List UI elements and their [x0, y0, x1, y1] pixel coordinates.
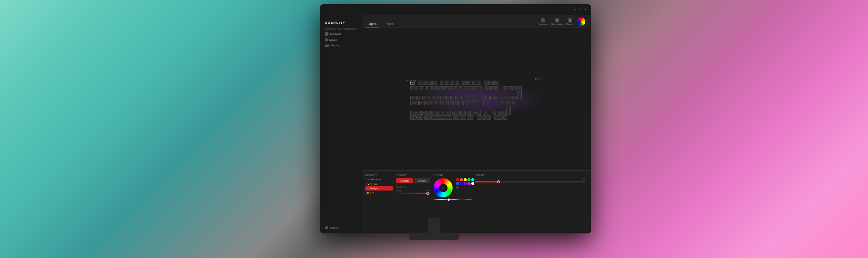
tab-lights[interactable]: Lights [366, 20, 379, 28]
key-n1[interactable]: 1 [492, 111, 496, 115]
key-f11[interactable]: F11 [472, 81, 476, 85]
key-backslash[interactable]: \ [476, 96, 482, 100]
key-quote[interactable]: ' [468, 101, 472, 105]
settings-item[interactable]: Settings [322, 224, 362, 232]
key-f3[interactable]: F3 [428, 81, 432, 85]
key-k[interactable]: K [453, 101, 458, 105]
effect-twilight[interactable]: Twilight [365, 186, 393, 191]
key-f12[interactable]: F12 [477, 81, 481, 85]
sidebar-item-keyboard[interactable]: Keyboard [322, 31, 362, 37]
tab-keys[interactable]: Keys [384, 20, 396, 28]
key-z[interactable]: Z [421, 111, 426, 115]
key-7[interactable]: 7 [444, 86, 448, 90]
key-scrlk[interactable]: Scr [490, 81, 494, 85]
swatch-blue[interactable] [456, 182, 459, 185]
key-n3[interactable]: 3 [501, 111, 506, 115]
key-2[interactable]: 2 [420, 86, 424, 90]
key-f5[interactable]: F5 [440, 81, 444, 85]
color-spectrum-bar[interactable] [434, 199, 472, 200]
minimize-button[interactable]: — [573, 8, 577, 11]
key-t[interactable]: T [437, 96, 441, 100]
key-4[interactable]: 4 [430, 86, 434, 90]
key-o[interactable]: O [456, 96, 460, 100]
key-n2[interactable]: 2 [497, 111, 501, 115]
key-b[interactable]: B [441, 111, 445, 115]
game-mode-control[interactable]: 🎮 Game Mode [551, 18, 563, 25]
key-period[interactable]: . [460, 111, 465, 115]
key-w[interactable]: W [422, 96, 426, 100]
key-f7[interactable]: F7 [450, 81, 454, 85]
opacity-track[interactable] [396, 193, 430, 194]
hyperx-avatar[interactable] [577, 17, 585, 26]
swatch-add[interactable]: + [456, 186, 459, 189]
key-minus[interactable]: - [464, 86, 468, 90]
key-f6[interactable]: F6 [445, 81, 449, 85]
swatch-orange[interactable] [460, 178, 463, 181]
key-8[interactable]: 8 [449, 86, 453, 90]
key-r[interactable]: R [432, 96, 436, 100]
key-nslash[interactable]: / [508, 86, 512, 90]
swatch-indigo[interactable] [460, 182, 463, 185]
key-prtsc[interactable]: Prt [484, 81, 489, 85]
key-lctrl[interactable]: Ctrl [410, 115, 417, 120]
key-rbracket[interactable]: ] [471, 96, 475, 100]
key-0[interactable]: 0 [459, 86, 463, 90]
key-nstar[interactable]: * [512, 86, 517, 90]
key-space[interactable] [431, 115, 452, 120]
key-pgup[interactable]: Pg↑ [495, 86, 499, 90]
key-p[interactable]: P [461, 96, 465, 100]
key-9[interactable]: 9 [454, 86, 458, 90]
key-g[interactable]: G [439, 101, 443, 105]
add-effect-button[interactable]: + + Add Effect [365, 178, 393, 181]
key-nminus[interactable]: - [517, 86, 522, 90]
key-comma[interactable]: , [456, 111, 460, 115]
key-up[interactable]: ↑ [484, 111, 488, 115]
key-right[interactable]: → [487, 115, 491, 120]
key-f10[interactable]: F10 [467, 81, 471, 85]
key-lalt[interactable]: Alt [424, 115, 431, 120]
key-del[interactable]: Del [485, 96, 490, 100]
key-slash[interactable]: / [465, 111, 470, 115]
key-f[interactable]: F [434, 101, 438, 105]
key-5[interactable]: 5 [434, 86, 439, 90]
key-n6[interactable]: 6 [511, 101, 515, 105]
key-ralt[interactable]: Alt [453, 115, 459, 120]
swatch-purple[interactable] [464, 182, 467, 185]
swatch-cyan[interactable] [471, 178, 474, 181]
swatch-yellow[interactable] [464, 178, 467, 181]
key-m[interactable]: M [451, 111, 455, 115]
color-bar-thumb[interactable] [447, 198, 450, 201]
key-i[interactable]: I [451, 96, 456, 100]
key-lbracket[interactable]: [ [466, 96, 470, 100]
opacity-thumb[interactable] [426, 192, 429, 195]
key-f9[interactable]: F9 [462, 81, 467, 85]
key-ndot[interactable]: . [503, 115, 507, 120]
speed-thumb[interactable] [497, 180, 500, 183]
key-numlock[interactable]: Nl [503, 86, 507, 90]
key-v[interactable]: V [436, 111, 440, 115]
key-rshift[interactable]: Shift [470, 111, 481, 115]
key-ins[interactable]: Ins [485, 86, 490, 90]
key-e[interactable]: E [427, 96, 431, 100]
key-nenter[interactable]: ↵ [506, 106, 511, 115]
key-fn[interactable]: Fn [460, 115, 466, 120]
key-rctrl[interactable]: Ctrl [467, 115, 473, 120]
key-lshift[interactable]: Shift [410, 111, 421, 115]
close-button[interactable]: ✕ [584, 8, 587, 11]
key-f4[interactable]: F4 [432, 81, 437, 85]
key-n[interactable]: N [446, 111, 450, 115]
brightness-control[interactable]: ☀ Brightness [538, 18, 548, 25]
key-semicolon[interactable]: ; [463, 101, 467, 105]
key-enter[interactable]: ↵ [473, 101, 484, 105]
key-n9[interactable]: 9 [512, 96, 517, 100]
key-nplus[interactable]: + [517, 91, 522, 101]
key-tab[interactable]: Tab [410, 96, 417, 100]
key-l[interactable]: L [458, 101, 462, 105]
presets-control[interactable]: ▤ Presets [566, 18, 573, 25]
sidebar-item-mouse[interactable]: Mouse [322, 37, 362, 43]
key-n0[interactable]: 0 [494, 115, 503, 120]
key-home[interactable]: Hm [490, 86, 495, 90]
key-f2[interactable]: F2 [423, 81, 427, 85]
key-3[interactable]: 3 [425, 86, 429, 90]
sidebar-item-memory[interactable]: Memory [322, 43, 362, 48]
